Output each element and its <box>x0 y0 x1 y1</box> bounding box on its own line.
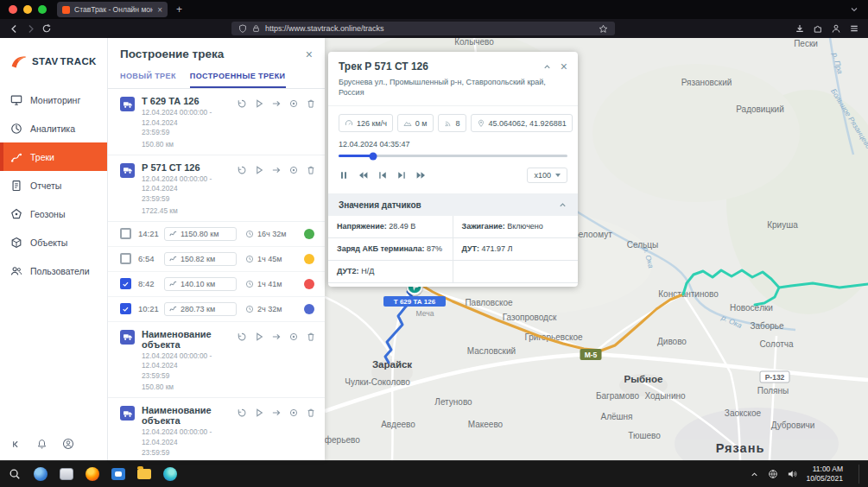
segment-checkbox[interactable] <box>120 228 131 239</box>
track-period: 12.04.2024 00:00:00 - 12.04.202423:59:59 <box>142 351 237 382</box>
lock-icon[interactable] <box>252 24 260 33</box>
clock-icon <box>245 280 254 288</box>
sidebar-item-reports[interactable]: Отчеты <box>0 171 107 199</box>
download-icon[interactable] <box>795 23 805 34</box>
track-list-item[interactable]: Т 629 ТА 126 12.04.2024 00:00:00 - 12.04… <box>108 89 325 155</box>
taskbar-window-icon[interactable] <box>59 467 73 482</box>
panel-title: Построение трека <box>120 47 224 60</box>
browser-tab[interactable]: СтавТрак - Онлайн мониторг... × <box>57 2 168 17</box>
map-area[interactable]: КолычевоПескиРязановскийРадовицкийр. Пра… <box>325 38 868 460</box>
track-undo-button[interactable] <box>237 332 247 342</box>
segment-checkbox[interactable] <box>120 278 131 289</box>
track-locate-button[interactable] <box>288 408 299 418</box>
show-desktop-button[interactable] <box>858 465 861 484</box>
taskbar-clock[interactable]: 11:00 AM 10/05/2021 <box>806 465 846 484</box>
taskbar-search-icon[interactable] <box>7 467 22 482</box>
collapse-sidebar-icon[interactable] <box>10 439 22 450</box>
step-back-button[interactable] <box>377 170 388 180</box>
sidebar-item-monitoring[interactable]: Мониторинг <box>0 85 107 114</box>
track-undo-button[interactable] <box>237 98 247 109</box>
tab-new-track[interactable]: НОВЫЙ ТРЕК <box>120 66 176 88</box>
tab-close-icon[interactable]: × <box>157 5 162 15</box>
tab-built-tracks[interactable]: ПОСТРОЕННЫЕ ТРЕКИ <box>190 66 286 88</box>
track-locate-button[interactable] <box>288 98 299 109</box>
tray-chevron-up-icon[interactable] <box>750 470 759 479</box>
track-delete-button[interactable] <box>306 408 316 418</box>
account-icon[interactable] <box>831 23 841 34</box>
segment-color-dot <box>304 279 314 289</box>
track-delete-button[interactable] <box>306 165 316 175</box>
menu-icon[interactable] <box>849 23 859 34</box>
geofence-icon <box>10 208 22 220</box>
extensions-puzzle-icon[interactable] <box>813 23 823 34</box>
segment-checkbox[interactable] <box>120 303 131 314</box>
rewind-button[interactable] <box>358 170 369 180</box>
track-list-item[interactable]: Р 571 СТ 126 12.04.2024 00:00:00 - 12.04… <box>108 155 325 222</box>
track-goto-button[interactable] <box>271 332 282 342</box>
forward-icon[interactable] <box>25 23 36 35</box>
collapse-sensors-chevron-icon[interactable] <box>558 200 567 210</box>
track-name: Наименование объекта <box>142 405 237 426</box>
track-list-item[interactable]: Наименование объекта 12.04.2024 00:00:00… <box>108 322 325 399</box>
track-segment-row[interactable]: 10:21 280.73 км 2ч 32м <box>108 297 325 322</box>
track-segment-row[interactable]: 14:21 1150.80 км 16ч 32м <box>108 222 325 247</box>
taskbar-files-icon[interactable] <box>136 467 151 482</box>
track-goto-button[interactable] <box>271 165 282 175</box>
track-segment-row[interactable]: 8:42 140.10 км 1ч 41м <box>108 272 325 297</box>
track-delete-button[interactable] <box>306 98 316 109</box>
track-play-button[interactable] <box>254 408 264 418</box>
segment-checkbox[interactable] <box>120 253 131 264</box>
bookmark-star-icon[interactable] <box>599 24 608 34</box>
sidebar-item-users[interactable]: Пользователи <box>0 256 107 285</box>
url-text[interactable]: https://www.stavtrack.online/tracks <box>265 24 593 33</box>
sidebar-item-analytics[interactable]: Аналитика <box>0 114 107 142</box>
fast-forward-button[interactable] <box>415 170 427 180</box>
pause-button[interactable] <box>339 170 349 180</box>
sensor-cell: ДУТ: 471.97 Л <box>453 238 579 261</box>
playback-slider[interactable] <box>339 155 567 157</box>
slider-thumb[interactable] <box>369 152 377 160</box>
track-goto-button[interactable] <box>271 98 282 109</box>
window-maximize-button[interactable] <box>38 5 47 14</box>
back-icon[interactable] <box>9 23 20 35</box>
network-icon[interactable] <box>768 469 778 479</box>
sidebar-item-tracks[interactable]: Треки <box>0 142 107 171</box>
track-play-button[interactable] <box>254 332 264 342</box>
refresh-icon[interactable] <box>41 23 52 34</box>
taskbar-browser-icon[interactable] <box>33 467 48 482</box>
track-list-item[interactable]: Наименование объекта 12.04.2024 00:00:00… <box>108 398 325 460</box>
playback-speed-select[interactable]: x100 <box>527 168 567 183</box>
taskbar-chat-icon[interactable] <box>111 467 125 482</box>
sensors-section-header[interactable]: Значения датчиков <box>328 194 578 216</box>
window-minimize-button[interactable] <box>23 5 32 14</box>
track-play-button[interactable] <box>254 98 264 109</box>
collapse-card-chevron-icon[interactable] <box>542 62 552 72</box>
new-tab-button[interactable]: + <box>168 3 191 16</box>
track-play-button[interactable] <box>254 165 264 175</box>
notifications-bell-icon[interactable] <box>36 439 48 450</box>
profile-icon[interactable] <box>62 438 74 450</box>
track-locate-button[interactable] <box>288 332 299 342</box>
card-close-icon[interactable]: × <box>561 60 567 73</box>
map-label: Павловское <box>465 298 513 307</box>
track-undo-button[interactable] <box>237 408 247 418</box>
taskbar-edge-icon[interactable] <box>162 467 177 482</box>
track-goto-button[interactable] <box>271 408 282 418</box>
volume-icon[interactable] <box>787 469 797 479</box>
track-segment-row[interactable]: 6:54 150.82 км 1ч 45м <box>108 247 325 272</box>
shield-icon[interactable] <box>238 24 247 33</box>
taskbar-firefox-icon[interactable] <box>85 467 99 482</box>
track-distance: 1722.45 км <box>142 206 237 215</box>
panel-close-icon[interactable]: × <box>306 48 313 60</box>
window-close-button[interactable] <box>9 5 17 14</box>
track-undo-button[interactable] <box>237 165 247 175</box>
sidebar-item-objects[interactable]: Объекты <box>0 228 107 256</box>
segment-distance-chip: 280.73 км <box>164 302 237 316</box>
track-locate-button[interactable] <box>288 165 299 175</box>
track-delete-button[interactable] <box>306 332 316 342</box>
list-tabs-chevron-icon[interactable] <box>849 4 868 15</box>
url-bar[interactable]: https://www.stavtrack.online/tracks <box>231 22 615 35</box>
sidebar-item-geozones[interactable]: Геозоны <box>0 199 107 228</box>
vehicle-icon <box>120 97 135 111</box>
step-forward-button[interactable] <box>396 170 407 180</box>
